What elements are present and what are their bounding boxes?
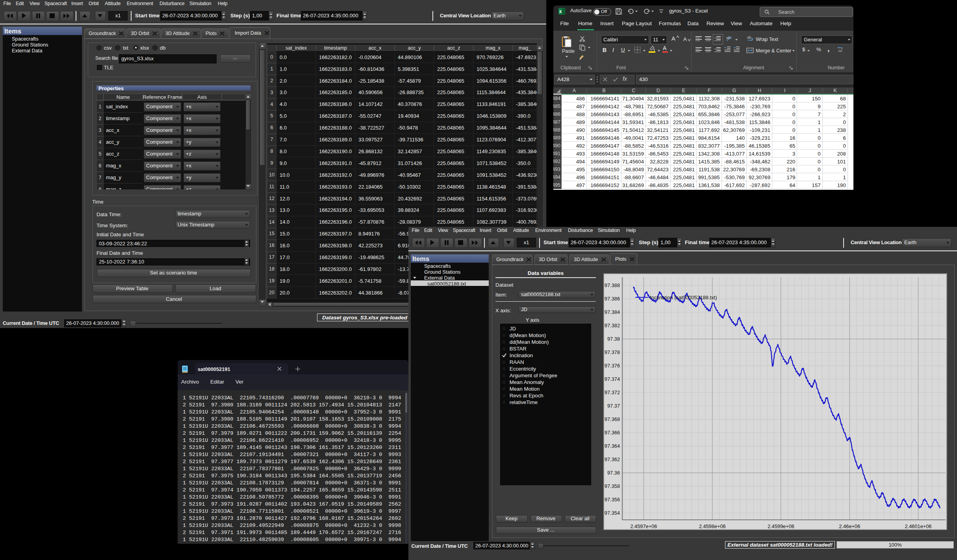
svg-text:97.36: 97.36 — [607, 470, 620, 476]
svg-text:ab: ab — [747, 36, 751, 39]
svg-text:97.372: 97.372 — [605, 389, 620, 395]
svg-text:.00: .00 — [838, 49, 842, 52]
svg-text:97.362: 97.362 — [605, 456, 620, 462]
svg-text:97.364: 97.364 — [605, 443, 620, 449]
svg-text:2.4598e+06: 2.4598e+06 — [699, 523, 726, 529]
svg-text:97.37: 97.37 — [607, 403, 620, 409]
svg-text:97.368: 97.368 — [605, 416, 620, 422]
svg-text:97.388: 97.388 — [605, 282, 620, 288]
svg-text:x: x — [559, 9, 562, 14]
svg-text:97.374: 97.374 — [605, 376, 620, 382]
svg-text:97.386: 97.386 — [605, 296, 620, 302]
svg-text:2.46e+06: 2.46e+06 — [839, 523, 860, 529]
svg-text:0: 0 — [841, 47, 843, 50]
svg-text:97.378: 97.378 — [605, 349, 620, 355]
svg-text:2.4599e+06: 2.4599e+06 — [768, 523, 794, 529]
svg-text:ab: ab — [726, 36, 730, 40]
svg-text:97.356: 97.356 — [605, 497, 620, 503]
svg-text:2.4597e+06: 2.4597e+06 — [630, 523, 657, 529]
svg-text:97.384: 97.384 — [605, 309, 620, 315]
svg-text:Inclination (sat000052188.txt): Inclination (sat000052188.txt) — [650, 295, 717, 300]
svg-text:2.4601e+06: 2.4601e+06 — [905, 523, 932, 529]
svg-text:97.354: 97.354 — [605, 510, 620, 516]
svg-text:97.358: 97.358 — [605, 483, 620, 489]
svg-text:97.376: 97.376 — [605, 363, 620, 369]
svg-text:97.38: 97.38 — [607, 336, 620, 342]
svg-text:97.382: 97.382 — [605, 323, 620, 328]
svg-text:97.366: 97.366 — [605, 430, 620, 436]
